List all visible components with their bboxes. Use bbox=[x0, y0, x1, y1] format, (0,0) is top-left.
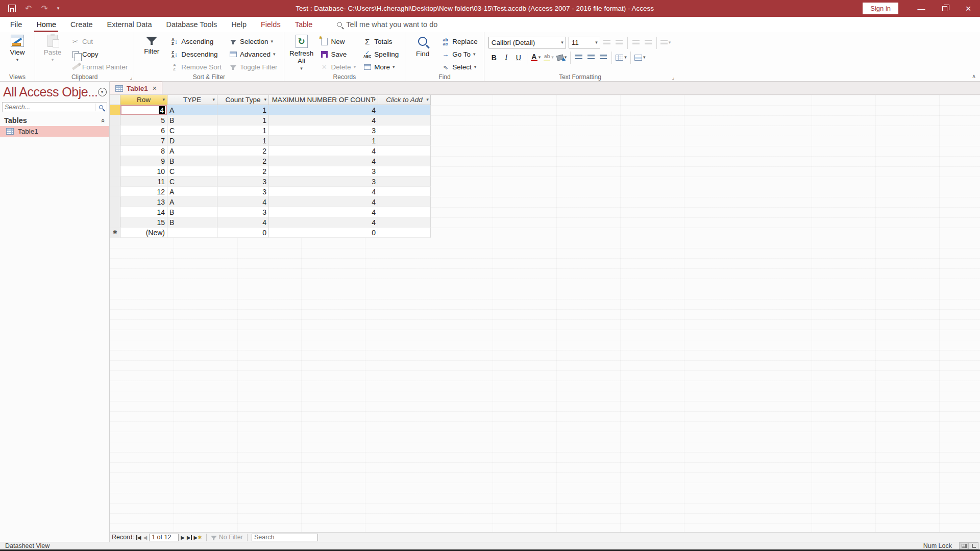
cell-click-to-add[interactable] bbox=[378, 207, 431, 217]
row-selector[interactable]: ✱ bbox=[110, 187, 120, 197]
cell-row[interactable]: 14 bbox=[120, 207, 167, 217]
cell-click-to-add[interactable] bbox=[378, 187, 431, 197]
cell-row[interactable]: 6 bbox=[120, 126, 167, 136]
background-color-button[interactable]: ▾ bbox=[556, 52, 568, 63]
cell-row[interactable]: 15 bbox=[120, 217, 167, 228]
tab-create[interactable]: Create bbox=[63, 17, 100, 32]
ascending-button[interactable]: AZ↓ Ascending bbox=[168, 35, 224, 48]
cell-count-type[interactable]: 2 bbox=[217, 156, 269, 166]
column-header-maximum-number-of-count[interactable]: MAXIMUM NUMBER OF COUNT▾ bbox=[269, 95, 378, 105]
cell-maximum-number-of-count[interactable]: 3 bbox=[269, 166, 378, 177]
last-record-button[interactable]: ▶ bbox=[187, 535, 192, 540]
document-tab-table1[interactable]: Table1 × bbox=[110, 82, 162, 94]
save-icon[interactable] bbox=[8, 5, 16, 12]
cell-type[interactable]: C bbox=[167, 166, 217, 177]
column-dropdown-icon[interactable]: ▾ bbox=[162, 97, 165, 102]
cell-row[interactable]: 12 bbox=[120, 187, 167, 197]
align-center-button[interactable] bbox=[585, 52, 597, 63]
cell-click-to-add[interactable] bbox=[378, 177, 431, 187]
refresh-all-button[interactable]: ↻ Refresh All ▾ bbox=[288, 34, 315, 71]
cell-count-type[interactable]: 1 bbox=[217, 105, 269, 115]
row-selector[interactable]: ✱ bbox=[110, 207, 120, 217]
cell-maximum-number-of-count[interactable]: 3 bbox=[269, 177, 378, 187]
cell-click-to-add[interactable] bbox=[378, 197, 431, 207]
cell-count-type[interactable]: 2 bbox=[217, 166, 269, 177]
save-record-button[interactable]: Save bbox=[318, 48, 358, 61]
cell-count-type[interactable]: 1 bbox=[217, 126, 269, 136]
nav-search-go[interactable] bbox=[95, 105, 107, 109]
cell-maximum-number-of-count[interactable]: 4 bbox=[269, 187, 378, 197]
cell-click-to-add[interactable] bbox=[378, 228, 431, 238]
cell-count-type[interactable]: 1 bbox=[217, 136, 269, 146]
align-right-button[interactable] bbox=[598, 52, 609, 63]
cell-count-type[interactable]: 3 bbox=[217, 187, 269, 197]
cell-maximum-number-of-count[interactable]: 4 bbox=[269, 105, 378, 115]
tab-help[interactable]: Help bbox=[224, 17, 254, 32]
toggle-filter-button[interactable]: Toggle Filter bbox=[227, 61, 280, 73]
cell-click-to-add[interactable] bbox=[378, 105, 431, 115]
row-selector[interactable]: ✱ bbox=[110, 105, 120, 115]
cell-type[interactable]: A bbox=[167, 105, 217, 115]
text-formatting-dialog-launcher-icon[interactable]: ⌟ bbox=[672, 74, 675, 80]
clipboard-dialog-launcher-icon[interactable]: ⌟ bbox=[130, 74, 133, 80]
go-to-button[interactable]: →Go To▾ bbox=[439, 48, 480, 61]
font-size-select[interactable]: 11▾ bbox=[569, 37, 600, 48]
tab-home[interactable]: Home bbox=[29, 17, 63, 32]
row-selector[interactable]: ✱ bbox=[110, 177, 120, 187]
row-selector[interactable]: ✱ bbox=[110, 115, 120, 126]
filter-button[interactable]: Filter bbox=[138, 34, 165, 55]
row-selector[interactable]: ✱ bbox=[110, 217, 120, 228]
cell-click-to-add[interactable] bbox=[378, 115, 431, 126]
cut-button[interactable]: ✂Cut bbox=[69, 35, 130, 48]
row-selector[interactable]: ✱ bbox=[110, 228, 120, 238]
tab-table[interactable]: Table bbox=[288, 17, 320, 32]
design-view-button[interactable] bbox=[969, 542, 978, 549]
nav-section-tables[interactable]: Tables « bbox=[0, 114, 109, 126]
row-selector[interactable]: ✱ bbox=[110, 146, 120, 156]
restore-button[interactable] bbox=[933, 0, 957, 17]
column-dropdown-icon[interactable]: ▾ bbox=[264, 97, 266, 102]
totals-button[interactable]: ΣTotals bbox=[361, 35, 401, 48]
underline-button[interactable]: U bbox=[513, 52, 524, 63]
cell-click-to-add[interactable] bbox=[378, 166, 431, 177]
cell-row[interactable]: 13 bbox=[120, 197, 167, 207]
datasheet-view-button[interactable] bbox=[959, 542, 969, 549]
view-dropdown-icon[interactable]: ▾ bbox=[16, 58, 19, 62]
font-name-select[interactable]: Calibri (Detail)▾ bbox=[488, 37, 566, 48]
cell-click-to-add[interactable] bbox=[378, 146, 431, 156]
bold-button[interactable]: B bbox=[488, 52, 500, 63]
advanced-button[interactable]: Advanced▾ bbox=[227, 48, 280, 61]
cell-maximum-number-of-count[interactable]: 0 bbox=[269, 228, 378, 238]
cell-count-type[interactable]: 3 bbox=[217, 207, 269, 217]
customize-qat-icon[interactable]: ▾ bbox=[57, 6, 60, 11]
cell-maximum-number-of-count[interactable]: 4 bbox=[269, 217, 378, 228]
column-header-click-to-add[interactable]: Click to Add▾ bbox=[378, 95, 431, 105]
cell-row[interactable]: 9 bbox=[120, 156, 167, 166]
previous-record-button[interactable]: ◀ bbox=[143, 535, 147, 540]
record-search-input[interactable] bbox=[252, 534, 318, 541]
row-selector[interactable]: ✱ bbox=[110, 197, 120, 207]
more-button[interactable]: More▾ bbox=[361, 61, 401, 73]
bullets-button[interactable] bbox=[601, 37, 612, 48]
remove-sort-button[interactable]: AZ Remove Sort bbox=[168, 61, 224, 73]
cell-type[interactable]: C bbox=[167, 177, 217, 187]
cell-maximum-number-of-count[interactable]: 4 bbox=[269, 197, 378, 207]
cell-type[interactable]: B bbox=[167, 207, 217, 217]
view-button[interactable]: View ▾ bbox=[4, 34, 31, 62]
column-header-type[interactable]: TYPE▾ bbox=[167, 95, 217, 105]
cell-maximum-number-of-count[interactable]: 4 bbox=[269, 146, 378, 156]
select-all-corner[interactable] bbox=[110, 95, 120, 105]
column-dropdown-icon[interactable]: ▾ bbox=[373, 97, 376, 102]
gridlines-button[interactable]: ▾ bbox=[615, 52, 628, 63]
nav-search-input[interactable] bbox=[3, 104, 95, 111]
increase-indent-button[interactable] bbox=[630, 37, 642, 48]
cell-maximum-number-of-count[interactable]: 1 bbox=[269, 136, 378, 146]
cell-click-to-add[interactable] bbox=[378, 217, 431, 228]
column-header-row[interactable]: Row▾ bbox=[120, 95, 167, 105]
select-button[interactable]: ⇖Select▾ bbox=[439, 61, 480, 73]
nav-item-table1[interactable]: Table1 bbox=[0, 126, 109, 137]
highlight-color-button[interactable]: ab▾ bbox=[543, 52, 555, 63]
close-tab-icon[interactable]: × bbox=[153, 84, 157, 92]
cell-row[interactable]: 11 bbox=[120, 177, 167, 187]
column-dropdown-icon[interactable]: ▾ bbox=[426, 97, 428, 102]
